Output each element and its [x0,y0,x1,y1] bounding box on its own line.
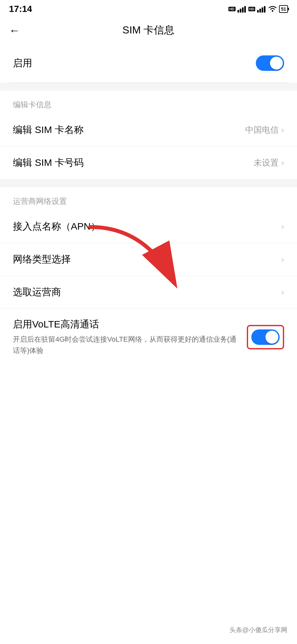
page-header: ← SIM 卡信息 [0,17,297,44]
edit-sim-number-title: 编辑 SIM 卡号码 [13,156,254,169]
apn-title: 接入点名称（APN） [13,220,281,233]
hd-badge-2: HD [248,7,255,11]
chevron-icon-5: › [281,287,284,297]
carrier-item[interactable]: 选取运营商 › [0,276,297,309]
carrier-title: 选取运营商 [13,286,281,299]
chevron-icon-1: › [281,125,284,135]
signal-icon-2 [257,5,266,13]
back-button[interactable]: ← [9,25,20,36]
svg-rect-1 [240,9,241,13]
section-gap-2 [0,179,297,187]
edit-section-label: 编辑卡信息 [0,90,297,114]
wifi-icon [268,5,277,13]
volte-toggle[interactable] [251,329,280,345]
status-time: 17:14 [9,4,32,14]
watermark: 头条@小傻瓜分享网 [229,626,287,634]
volte-toggle-wrapper [247,325,284,349]
page-title: SIM 卡信息 [123,23,175,37]
toggle-knob [270,57,283,70]
volte-toggle-knob [265,331,278,344]
svg-point-8 [272,10,274,12]
status-icons: HD HD 51 [228,5,288,13]
chevron-icon-4: › [281,254,284,264]
network-type-title: 网络类型选择 [13,253,281,266]
network-type-item[interactable]: 网络类型选择 › [0,243,297,276]
hd-badge-1: HD [228,7,236,11]
battery-level: 51 [281,6,286,12]
network-section-label: 运营商网络设置 [0,187,297,210]
chevron-icon-2: › [281,158,284,168]
enable-toggle[interactable] [256,55,284,71]
enable-row: 启用 [0,44,297,82]
svg-rect-7 [264,6,265,13]
volte-desc: 开启后在驻留4G时会尝试连接VoLTE网络，从而获得更好的通信业务(通话等)体验 [13,334,240,356]
svg-rect-2 [242,7,244,13]
svg-rect-5 [259,9,261,13]
edit-sim-name-title: 编辑 SIM 卡名称 [13,123,245,137]
bottom-spacer [0,365,297,558]
svg-rect-0 [237,10,239,13]
svg-rect-6 [262,7,263,13]
edit-sim-number-item[interactable]: 编辑 SIM 卡号码 未设置 › [0,147,297,179]
svg-rect-4 [257,10,259,13]
svg-rect-3 [244,6,246,13]
volte-title: 启用VoLTE高清通话 [13,318,240,331]
signal-icon [237,5,246,13]
apn-item[interactable]: 接入点名称（APN） › [0,210,297,243]
battery-indicator: 51 [279,5,288,13]
edit-sim-number-value: 未设置 [254,157,279,168]
edit-sim-name-value: 中国电信 [245,124,279,136]
volte-row: 启用VoLTE高清通话 开启后在驻留4G时会尝试连接VoLTE网络，从而获得更好… [0,309,297,365]
enable-label: 启用 [13,57,32,70]
edit-sim-name-item[interactable]: 编辑 SIM 卡名称 中国电信 › [0,114,297,147]
status-bar: 17:14 HD HD 51 [0,0,297,17]
chevron-icon-3: › [281,222,284,232]
section-gap-1 [0,83,297,90]
hd-group: HD [228,7,236,11]
